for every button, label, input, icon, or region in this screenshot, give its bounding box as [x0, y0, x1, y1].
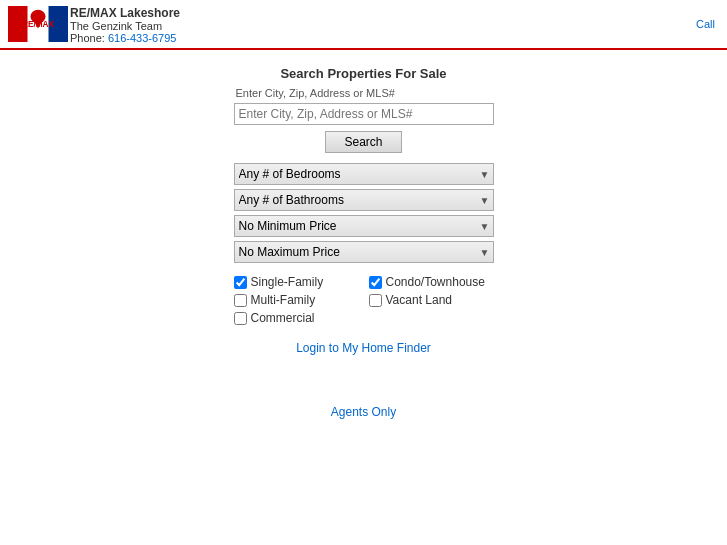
condo-checkbox[interactable]: [369, 276, 382, 289]
search-panel: Search Properties For Sale Enter City, Z…: [234, 66, 494, 419]
company-info: RE/MAX Lakeshore The Genzink Team Phone:…: [68, 6, 180, 44]
commercial-checkbox[interactable]: [234, 312, 247, 325]
condo-checkbox-label[interactable]: Condo/Townhouse: [369, 275, 494, 289]
multi-family-label: Multi-Family: [251, 293, 316, 307]
bathrooms-select[interactable]: Any # of Bathrooms 1+ 2+ 3+ 4+: [234, 189, 494, 211]
search-input[interactable]: [234, 103, 494, 125]
max-price-select[interactable]: No Maximum Price $100,000 $150,000 $200,…: [234, 241, 494, 263]
single-family-checkbox-label[interactable]: Single-Family: [234, 275, 359, 289]
single-family-checkbox[interactable]: [234, 276, 247, 289]
bedrooms-select[interactable]: Any # of Bedrooms 1+ 2+ 3+ 4+ 5+: [234, 163, 494, 185]
team-name: The Genzink Team: [70, 20, 180, 32]
vacant-land-checkbox-label[interactable]: Vacant Land: [369, 293, 494, 307]
header: RE/MAX RE/MAX Lakeshore The Genzink Team…: [0, 0, 727, 50]
agents-only-link[interactable]: Agents Only: [331, 405, 396, 419]
search-button[interactable]: Search: [325, 131, 401, 153]
phone-label: Phone:: [70, 32, 105, 44]
vacant-land-label: Vacant Land: [386, 293, 453, 307]
bedrooms-dropdown-row: Any # of Bedrooms 1+ 2+ 3+ 4+ 5+ ▼: [234, 163, 494, 185]
login-home-finder-link[interactable]: Login to My Home Finder: [296, 341, 431, 355]
single-family-label: Single-Family: [251, 275, 324, 289]
min-price-select[interactable]: No Minimum Price $50,000 $100,000 $150,0…: [234, 215, 494, 237]
property-types-section: Single-Family Condo/Townhouse Multi-Fami…: [234, 275, 494, 325]
search-title: Search Properties For Sale: [280, 66, 446, 81]
company-name: RE/MAX Lakeshore: [70, 6, 180, 20]
multi-family-checkbox-label[interactable]: Multi-Family: [234, 293, 359, 307]
remax-logo: RE/MAX: [8, 6, 68, 42]
vacant-land-checkbox[interactable]: [369, 294, 382, 307]
svg-point-4: [31, 10, 46, 24]
condo-label: Condo/Townhouse: [386, 275, 485, 289]
logo-area: RE/MAX RE/MAX Lakeshore The Genzink Team…: [8, 4, 180, 44]
call-link[interactable]: Call: [696, 18, 715, 30]
search-subtitle: Enter City, Zip, Address or MLS#: [234, 87, 494, 99]
commercial-label: Commercial: [251, 311, 315, 325]
min-price-dropdown-row: No Minimum Price $50,000 $100,000 $150,0…: [234, 215, 494, 237]
commercial-checkbox-label[interactable]: Commercial: [234, 311, 359, 325]
max-price-dropdown-row: No Maximum Price $100,000 $150,000 $200,…: [234, 241, 494, 263]
multi-family-checkbox[interactable]: [234, 294, 247, 307]
phone-number[interactable]: 616-433-6795: [108, 32, 177, 44]
phone-line: Phone: 616-433-6795: [70, 32, 180, 44]
bathrooms-dropdown-row: Any # of Bathrooms 1+ 2+ 3+ 4+ ▼: [234, 189, 494, 211]
main-content: Search Properties For Sale Enter City, Z…: [0, 50, 727, 419]
